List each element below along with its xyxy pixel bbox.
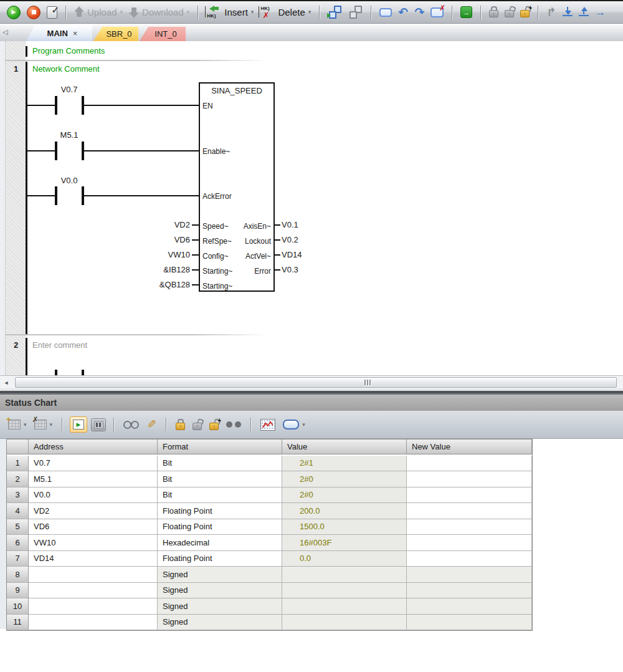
output-operand[interactable]: V0.2 [282, 235, 298, 245]
go-button[interactable]: → [459, 5, 474, 19]
force-button[interactable]: ↑ [174, 418, 187, 432]
contact-label[interactable]: M5.1 [44, 130, 94, 140]
upload-button[interactable]: Upload ▾ [72, 5, 125, 19]
insert-row-button[interactable]: + ▾ [6, 418, 29, 431]
format-cell[interactable]: Bit [158, 456, 282, 472]
new-value-cell[interactable] [407, 519, 532, 535]
row-number[interactable]: 10 [7, 598, 29, 615]
format-cell[interactable]: Bit [158, 487, 282, 504]
address-cell[interactable]: VD6 [29, 519, 158, 535]
row-number[interactable]: 6 [7, 535, 29, 551]
sina-speed-block[interactable]: SINA_SPEED EN Enable~ AckError Speed~ Re… [199, 82, 275, 292]
value-cell[interactable]: 200.0 [282, 503, 407, 519]
delete-button[interactable]: HK)✗ Delete ▾ [258, 4, 313, 20]
value-cell[interactable] [282, 615, 407, 631]
output-operand[interactable]: VD14 [282, 250, 302, 260]
input-operand[interactable]: &QB128 [128, 280, 190, 290]
pane-splitter[interactable] [0, 388, 623, 394]
row-number[interactable]: 9 [7, 583, 29, 599]
value-cell[interactable] [282, 583, 407, 599]
add-lock-button[interactable]: ↑+ [518, 5, 531, 19]
redo-button[interactable]: ↷ [412, 5, 426, 19]
previous-bookmark-button[interactable] [346, 4, 364, 20]
run-button[interactable]: ▶ [5, 4, 22, 21]
new-value-cell[interactable] [407, 535, 532, 551]
insert-column-button[interactable]: → [593, 6, 607, 19]
compile-button[interactable]: ✓ [45, 5, 59, 20]
new-value-cell[interactable] [407, 598, 532, 615]
insert-row-above-button[interactable] [577, 6, 591, 19]
new-value-cell[interactable] [407, 551, 532, 567]
network-2-comment[interactable]: Enter comment [32, 340, 87, 350]
contact-label[interactable]: V0.0 [44, 176, 94, 185]
value-cell[interactable]: 2#0 [282, 487, 407, 504]
row-number[interactable]: 4 [7, 503, 29, 519]
address-cell[interactable]: M5.1 [29, 471, 158, 487]
tab-int0[interactable]: INT_0 [140, 27, 186, 41]
unforce-button[interactable]: ↑ [191, 418, 204, 432]
address-cell[interactable]: VD14 [29, 551, 158, 567]
scrollbar-thumb[interactable] [15, 377, 617, 388]
format-cell[interactable]: Signed [158, 615, 282, 631]
tab-scroll-left-button[interactable]: ◁ [2, 28, 7, 36]
new-value-cell[interactable] [407, 503, 532, 519]
unlock-button[interactable]: ↑ [503, 5, 516, 19]
address-cell[interactable]: V0.7 [29, 456, 158, 472]
format-cell[interactable]: Signed [158, 598, 282, 615]
address-cell[interactable]: VW10 [29, 535, 158, 551]
new-value-cell[interactable] [407, 615, 532, 631]
network-1-comment[interactable]: Network Comment [32, 64, 100, 74]
delete-selection-button[interactable]: ✗ [429, 6, 445, 19]
select-box-button[interactable] [378, 7, 394, 18]
new-value-cell[interactable] [407, 456, 532, 472]
insert-dropdown-icon[interactable]: ▾ [251, 9, 254, 15]
input-operand[interactable]: &IB128 [128, 265, 190, 275]
horizontal-scrollbar[interactable]: ◄ [0, 375, 623, 388]
output-operand[interactable]: V0.3 [282, 265, 298, 275]
address-cell[interactable]: V0.0 [29, 487, 158, 504]
tab-close-icon[interactable]: × [73, 29, 78, 38]
insert-row-dropdown-icon[interactable]: ▾ [24, 422, 27, 428]
input-operand[interactable]: VD2 [128, 220, 190, 230]
value-cell[interactable]: 2#1 [282, 456, 407, 472]
force-all-button[interactable]: ↑+ [207, 418, 221, 432]
row-number[interactable]: 2 [7, 471, 29, 487]
value-cell[interactable] [282, 598, 407, 615]
write-button[interactable]: ✎ [145, 418, 158, 431]
format-cell[interactable]: Floating Point [158, 503, 282, 519]
tab-main[interactable]: MAIN × [26, 25, 92, 41]
contact-bar[interactable] [82, 370, 84, 375]
download-button[interactable]: Download ▾ [127, 5, 191, 19]
row-number[interactable]: 7 [7, 551, 29, 567]
row-number[interactable]: 3 [7, 487, 29, 504]
address-cell[interactable]: VD2 [29, 503, 158, 519]
format-cell[interactable]: Bit [158, 471, 282, 487]
output-operand[interactable]: V0.1 [282, 220, 298, 230]
value-cell[interactable]: 2#0 [282, 471, 407, 487]
chart-status-on-button[interactable]: ▶ [70, 416, 87, 433]
new-value-cell[interactable] [407, 567, 532, 583]
program-comments[interactable]: Program Comments [32, 46, 105, 55]
download-dropdown-icon[interactable]: ▾ [187, 9, 190, 15]
address-cell[interactable] [29, 615, 158, 631]
value-cell[interactable] [282, 567, 407, 583]
contact-bar[interactable] [55, 186, 57, 205]
branch-button[interactable]: ↱ [545, 5, 558, 19]
delete-row-button[interactable]: ✗ ▾ [32, 418, 55, 431]
undo-button[interactable]: ↶ [396, 5, 410, 19]
read-button[interactable] [121, 420, 141, 430]
contact-bar[interactable] [55, 370, 57, 375]
insert-row-below-button[interactable] [561, 6, 574, 19]
new-value-cell[interactable] [407, 487, 532, 504]
symbol-view-dropdown-icon[interactable]: ▾ [302, 422, 305, 428]
stop-button[interactable] [25, 4, 42, 21]
delete-row-dropdown-icon[interactable]: ▾ [50, 422, 53, 428]
new-value-cell[interactable] [407, 583, 532, 599]
chart-status-pause-button[interactable] [91, 418, 106, 431]
row-number[interactable]: 5 [7, 519, 29, 535]
row-number[interactable]: 1 [7, 456, 29, 472]
contact-bar[interactable] [55, 142, 57, 160]
value-cell[interactable]: 0.0 [282, 551, 407, 567]
insert-button[interactable]: HK) Insert ▾ [204, 4, 255, 20]
status-chart-header[interactable]: Status Chart [0, 394, 623, 411]
